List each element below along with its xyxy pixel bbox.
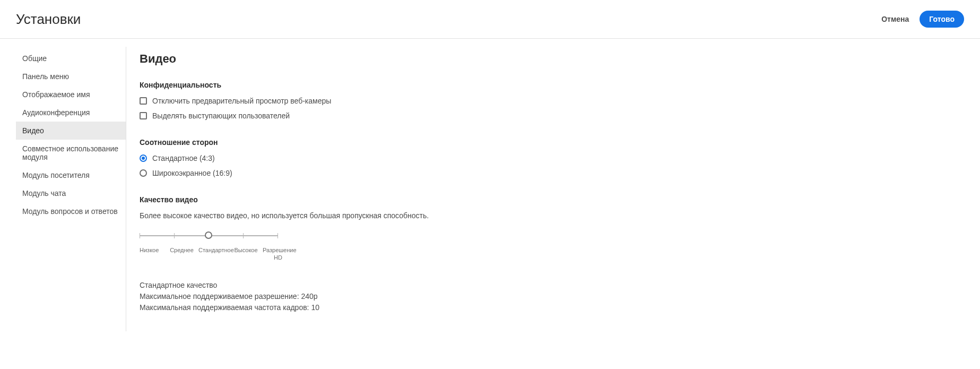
radio-label: Широкоэкранное (16:9) [152, 169, 232, 177]
sidebar-item-5[interactable]: Совместное использование модуля [16, 140, 126, 166]
quality-slider[interactable] [140, 230, 277, 241]
sidebar-item-6[interactable]: Модуль посетителя [16, 166, 126, 184]
sidebar-item-3[interactable]: Аудиоконференция [16, 104, 126, 122]
sidebar-item-8[interactable]: Модуль вопросов и ответов [16, 202, 126, 220]
slider-tick-label: Среднее [167, 246, 197, 262]
content-title: Видео [140, 52, 964, 66]
sidebar-item-7[interactable]: Модуль чата [16, 184, 126, 202]
page-title: Установки [16, 11, 81, 28]
quality-info: Стандартное качество Максимальное поддер… [140, 280, 964, 313]
sidebar-item-4[interactable]: Видео [16, 122, 126, 140]
slider-thumb[interactable] [205, 231, 212, 239]
aspect-heading: Соотношение сторон [140, 138, 964, 147]
done-button[interactable]: Готово [920, 11, 964, 28]
checkbox-label: Выделять выступающих пользователей [152, 111, 290, 120]
slider-tick-label: Разрешение HD [263, 246, 293, 262]
slider-tick-label: Высокое [231, 246, 262, 262]
radio-label: Стандартное (4:3) [152, 154, 215, 162]
privacy-checkbox-0[interactable]: Отключить предварительный просмотр веб-к… [140, 97, 964, 105]
checkbox-label: Отключить предварительный просмотр веб-к… [152, 97, 331, 105]
quality-info-line1: Стандартное качество [140, 280, 964, 291]
checkbox-icon [140, 112, 147, 119]
sidebar: ОбщиеПанель менюОтображаемое имяАудиокон… [16, 47, 126, 331]
quality-info-line3: Максимальная поддерживаемая частота кадр… [140, 302, 964, 313]
sidebar-item-0[interactable]: Общие [16, 49, 126, 67]
radio-icon [140, 169, 147, 177]
quality-heading: Качество видео [140, 195, 964, 204]
sidebar-item-1[interactable]: Панель меню [16, 67, 126, 85]
radio-icon [140, 155, 147, 162]
slider-tick-label: Низкое [140, 246, 165, 262]
header-actions: Отмена Готово [881, 11, 964, 28]
section-aspect: Соотношение сторон Стандартное (4:3)Широ… [140, 138, 964, 177]
section-privacy: Конфиденциальность Отключить предварител… [140, 81, 964, 120]
sidebar-item-2[interactable]: Отображаемое имя [16, 85, 126, 104]
slider-tick [174, 233, 175, 238]
privacy-checkbox-1[interactable]: Выделять выступающих пользователей [140, 111, 964, 120]
slider-tick [277, 233, 278, 238]
slider-labels: НизкоеСреднееСтандартноеВысокоеРазрешени… [140, 246, 293, 262]
quality-info-line2: Максимальное поддерживаемое разрешение: … [140, 291, 964, 302]
slider-tick [140, 233, 140, 238]
header: Установки Отмена Готово [0, 0, 980, 39]
slider-tick [243, 233, 244, 238]
checkbox-icon [140, 97, 147, 105]
content: Видео Конфиденциальность Отключить предв… [126, 47, 964, 331]
aspect-radio-0[interactable]: Стандартное (4:3) [140, 154, 964, 162]
section-quality: Качество видео Более высокое качество ви… [140, 195, 964, 313]
slider-tick-label: Стандартное [198, 246, 229, 262]
aspect-radio-1[interactable]: Широкоэкранное (16:9) [140, 169, 964, 177]
cancel-button[interactable]: Отмена [881, 15, 909, 23]
body: ОбщиеПанель менюОтображаемое имяАудиокон… [0, 39, 980, 347]
privacy-heading: Конфиденциальность [140, 81, 964, 89]
quality-description: Более высокое качество видео, но использ… [140, 211, 964, 220]
